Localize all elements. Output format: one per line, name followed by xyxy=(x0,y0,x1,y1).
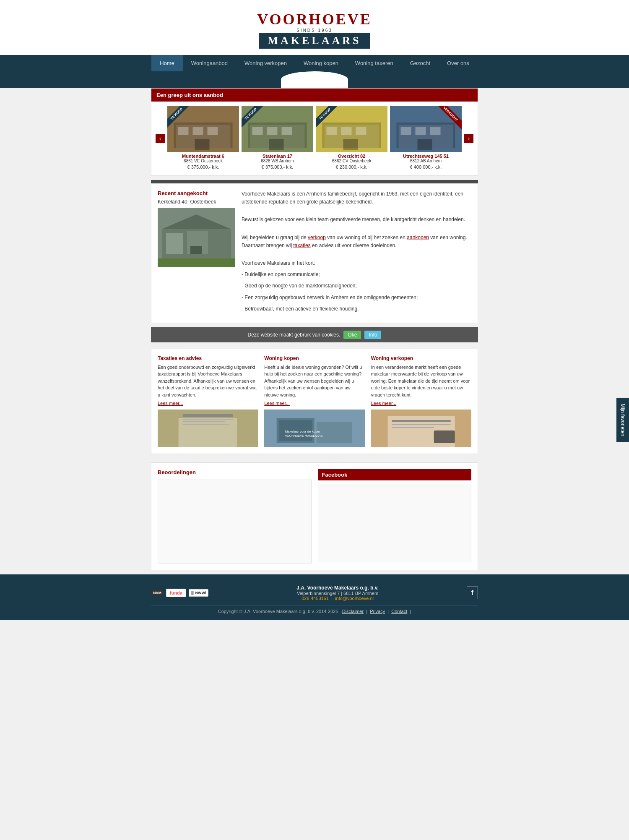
svg-rect-44 xyxy=(317,422,352,443)
nav-item-gezocht[interactable]: Gezocht xyxy=(402,55,439,71)
service-image-kopen: Makelaar voor de koper VOORHOEVE MAKELAA… xyxy=(264,410,364,447)
nav-item-woningaanbod[interactable]: Woningaanbod xyxy=(183,55,236,71)
recent-about-section: Recent aangekocht Kerkeland 40, Oosterbe… xyxy=(151,183,478,323)
svg-rect-5 xyxy=(208,127,218,135)
property-city-1: 6828 WB Arnhem xyxy=(242,159,313,163)
service-image-verkopen xyxy=(371,410,471,447)
next-arrow[interactable]: › xyxy=(464,134,473,143)
property-city-3: 6812 AB Arnhem xyxy=(390,159,462,163)
svg-rect-40 xyxy=(183,421,225,422)
svg-rect-51 xyxy=(392,424,450,425)
footer: NVM funda |||NWWi J.A. Voorhoeve Makelaa… xyxy=(0,574,629,620)
link-verkoop[interactable]: verkoop xyxy=(308,235,326,240)
cookie-info-button[interactable]: Info xyxy=(364,331,381,339)
svg-rect-53 xyxy=(434,430,455,443)
mijn-favorieten-tab[interactable]: Mijn favorieten xyxy=(616,398,629,442)
property-name-2: Overzicht 82 xyxy=(316,154,387,159)
property-card-1[interactable]: TE KOOPStatenlaan 176828 WB Arnhem€ 375.… xyxy=(242,106,313,171)
svg-rect-41 xyxy=(183,424,229,425)
svg-rect-18 xyxy=(341,127,352,135)
footer-phone-link[interactable]: 026-4453151 xyxy=(302,596,329,601)
footer-facebook-icon[interactable]: f xyxy=(467,587,478,599)
svg-rect-37 xyxy=(179,418,237,447)
recent-title: Recent aangekocht xyxy=(158,190,235,196)
svg-rect-38 xyxy=(183,414,233,417)
svg-rect-32 xyxy=(212,232,227,254)
about-p3: Wij begeleiden u graag bij de verkoop va… xyxy=(242,234,471,250)
aanbod-section: Een greep uit ons aanbod ‹ TE KOOPMunten… xyxy=(151,88,478,176)
service-link-kopen[interactable]: Lees meer... xyxy=(264,401,290,406)
nav-item-over-ons[interactable]: Over ons xyxy=(439,55,478,71)
svg-rect-39 xyxy=(183,419,233,420)
svg-rect-52 xyxy=(392,427,434,428)
logo-makelaars: MAKELAARS xyxy=(259,33,369,49)
footer-center: J.A. Voorhoeve Makelaars o.g. b.v. Velpe… xyxy=(208,585,466,601)
services-section: Taxaties en adviesEen goed onderbouwd en… xyxy=(151,349,478,454)
service-link-verkopen[interactable]: Lees meer... xyxy=(371,401,397,406)
service-col-kopen: Woning kopenHeeft u al de ideale woning … xyxy=(264,355,364,448)
property-image-1: TE KOOP xyxy=(242,106,313,152)
about-bullet1: - Duidelijke en open communicatie; xyxy=(242,271,471,279)
svg-rect-20 xyxy=(343,139,358,150)
property-city-2: 6862 CV Oosterbeek xyxy=(316,159,387,163)
footer-email-link[interactable]: info@voorhoeve.nl xyxy=(335,596,374,601)
about-p2: Bewust is gekozen voor een klein team ge… xyxy=(242,216,471,224)
svg-rect-6 xyxy=(195,139,210,150)
svg-rect-24 xyxy=(401,127,411,135)
property-card-2[interactable]: TE KOOPOverzicht 826862 CV Oosterbeek€ 2… xyxy=(316,106,387,171)
footer-contact-link[interactable]: Contact xyxy=(391,609,407,614)
property-card-0[interactable]: TE KOOPMuntendamstraat 66861 VE Oosterbe… xyxy=(167,106,239,171)
nav-item-woning-verkopen[interactable]: Woning verkopen xyxy=(236,55,295,71)
cookie-text: Deze website maakt gebruik van cookies. xyxy=(248,332,340,338)
svg-rect-27 xyxy=(418,139,432,150)
link-aankopen[interactable]: aankopen xyxy=(407,235,429,240)
about-bullet4: - Betrouwbaar, met een actieve en flexib… xyxy=(242,305,471,313)
svg-rect-25 xyxy=(416,127,426,135)
svg-rect-4 xyxy=(193,127,203,135)
properties-container: ‹ TE KOOPMuntendamstraat 66861 VE Ooster… xyxy=(151,102,478,175)
about-p1: Voorhoeve Makelaars is een Arnhems famil… xyxy=(242,190,471,206)
prev-arrow[interactable]: ‹ xyxy=(156,134,165,143)
about-p4: Voorhoeve Makelaars in het kort: xyxy=(242,259,471,267)
property-card-3[interactable]: VERKOCHTUtrechtseweg 145 516812 AB Arnhe… xyxy=(390,106,462,171)
beoordelingen-content xyxy=(158,480,312,563)
cookie-ok-button[interactable]: Oke xyxy=(343,331,361,339)
service-link-taxaties[interactable]: Lees meer... xyxy=(158,401,183,406)
service-text-verkopen: In een veranderende markt heeft een goed… xyxy=(371,364,471,399)
service-title-taxaties: Taxaties en advies xyxy=(158,355,258,361)
svg-rect-50 xyxy=(392,420,450,422)
svg-rect-19 xyxy=(356,127,366,135)
service-text-taxaties: Een goed onderbouwd en zorgvuldig uitgew… xyxy=(158,364,258,399)
svg-rect-12 xyxy=(282,127,292,135)
property-name-1: Statenlaan 17 xyxy=(242,154,313,159)
footer-disclaimer-link[interactable]: Disclaimer xyxy=(342,609,364,614)
svg-text:Makelaar voor de koper: Makelaar voor de koper xyxy=(285,430,320,433)
svg-rect-3 xyxy=(178,127,189,135)
nav-item-woning-kopen[interactable]: Woning kopen xyxy=(295,55,347,71)
about-bullet2: - Goed op de hoogte van de marktomstandi… xyxy=(242,282,471,290)
about-bullet3: - Een zorgvuldig opgebouwd netwerk in Ar… xyxy=(242,294,471,302)
nav-item-home[interactable]: Home xyxy=(151,55,183,71)
footer-bottom: Copyright © J.A. Voorhoeve Makelaars o.g… xyxy=(151,605,478,614)
property-price-1: € 375.000,- k.k. xyxy=(242,164,313,170)
svg-text:VOORHOEVE MAKELAARS: VOORHOEVE MAKELAARS xyxy=(285,434,323,437)
property-price-2: € 230.000,- k.k. xyxy=(316,164,387,170)
property-price-3: € 400.000,- k.k. xyxy=(390,164,462,170)
cookie-bar: Deze website maakt gebruik van cookies. … xyxy=(151,327,478,342)
footer-company: J.A. Voorhoeve Makelaars o.g. b.v. xyxy=(208,585,466,591)
header: VOORHOEVE SINDS 1963 MAKELAARS xyxy=(0,0,629,55)
beoordelingen-col: Beoordelingen xyxy=(158,469,312,563)
svg-rect-34 xyxy=(190,246,202,254)
nav-item-woning-taxeren[interactable]: Woning taxeren xyxy=(347,55,402,71)
svg-rect-17 xyxy=(327,127,337,135)
beoordelingen-title: Beoordelingen xyxy=(158,469,312,475)
property-price-0: € 375.000,- k.k. xyxy=(167,164,239,170)
link-taxaties[interactable]: taxaties xyxy=(293,243,310,248)
footer-privacy-link[interactable]: Privacy xyxy=(370,609,385,614)
main-nav: HomeWoningaanbodWoning verkopenWoning ko… xyxy=(0,55,629,71)
property-name-3: Utrechtseweg 145 51 xyxy=(390,154,462,159)
about-col: Voorhoeve Makelaars is een Arnhems famil… xyxy=(242,190,471,316)
service-image-taxaties xyxy=(158,410,258,447)
property-image-3: VERKOCHT xyxy=(390,106,462,152)
nvm-logo: NVM xyxy=(151,590,164,596)
